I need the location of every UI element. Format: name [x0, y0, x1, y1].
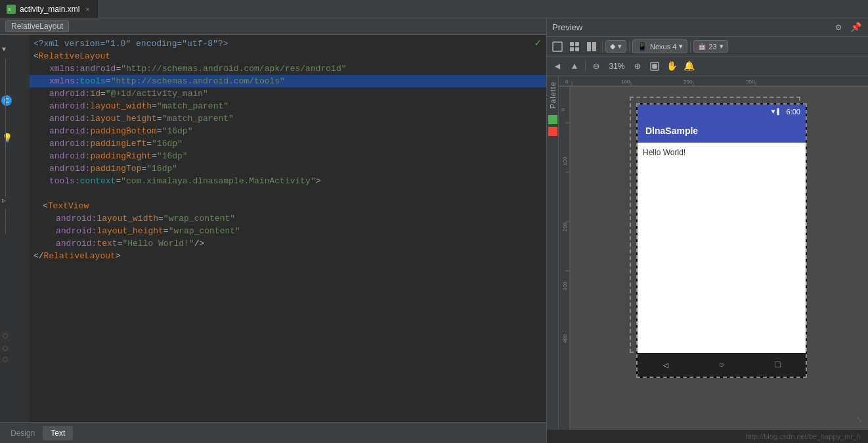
svg-rect-10: [653, 64, 657, 68]
breadcrumb[interactable]: RelativeLayout: [5, 20, 69, 32]
code-token: android:: [49, 162, 90, 175]
watermark-text: http://blog.csdn.net/be_happy_mr_li: [746, 432, 860, 440]
code-token: <: [33, 50, 39, 62]
code-token: context: [80, 175, 116, 187]
code-token: "wrap_content": [169, 225, 240, 237]
settings-icon[interactable]: ⚙: [831, 20, 846, 35]
code-token: android:: [49, 87, 90, 100]
hello-world-text: Hello World!: [643, 148, 685, 157]
code-line: android:paddingBottom="16dp": [30, 125, 546, 137]
grid-view-btn[interactable]: [567, 39, 582, 55]
fold-marker-1[interactable]: ▼: [2, 46, 6, 53]
preview-canvas: ▼ ▌ 6:00 DlnaSample Hello: [571, 87, 868, 430]
color-swatch-red[interactable]: [548, 127, 557, 136]
preview-header-icons: ⚙ 📌: [831, 20, 863, 35]
up-btn[interactable]: ▲: [567, 58, 582, 74]
svg-text:200: 200: [684, 79, 693, 85]
code-token: =: [158, 212, 163, 225]
phone-nav-bar: ◁ ○ □: [638, 353, 806, 377]
code-token: =: [152, 100, 157, 112]
color-swatch-green[interactable]: [548, 115, 557, 124]
device-dropdown[interactable]: 📱 Nexus 4 ▾: [632, 39, 687, 53]
tab-bar: X activity_main.xml ×: [0, 0, 868, 18]
canvas-wrap: 0 100 200 300: [559, 76, 868, 430]
code-token: android:: [49, 100, 90, 112]
svg-text:0: 0: [565, 79, 569, 85]
code-token: android:: [56, 225, 97, 237]
code-token: =: [146, 137, 152, 150]
code-token: paddingTop: [90, 162, 141, 175]
split-view-btn[interactable]: [584, 39, 599, 55]
phone-mockup: ▼ ▌ 6:00 DlnaSample Hello: [636, 103, 807, 378]
vertical-ruler: 0 100 200 300 400: [559, 87, 571, 430]
code-token: text: [97, 237, 117, 250]
fit-screen-btn[interactable]: [647, 58, 662, 74]
signal-icon: ▌: [777, 108, 781, 116]
code-token: android:: [49, 125, 90, 137]
zoom-percentage: 31%: [605, 62, 628, 71]
resize-handle[interactable]: ⤡: [856, 415, 863, 425]
c-indicator: C: [1, 95, 12, 106]
zoom-in-btn[interactable]: ⊕: [630, 58, 645, 74]
api-dropdown[interactable]: 🤖 23 ▾: [693, 40, 727, 53]
code-token: >: [116, 250, 121, 262]
tab-filename: activity_main.xml: [20, 5, 79, 14]
code-token: "Hello World!": [122, 237, 194, 250]
preview-title: Preview: [552, 22, 582, 32]
zoom-out-btn[interactable]: ⊖: [588, 58, 604, 74]
pin-icon[interactable]: 📌: [848, 20, 863, 35]
preview-header: Preview ⚙ 📌: [547, 18, 868, 37]
phone-time: 6:00: [787, 108, 800, 116]
code-token: "wrap_content": [163, 212, 235, 225]
code-token: "http://schemas.android.com/tools": [111, 75, 285, 87]
svg-text:400: 400: [562, 334, 568, 343]
code-token: =: [152, 150, 157, 162]
code-token: "16dp": [152, 137, 183, 150]
code-line: [30, 187, 546, 200]
design-tab[interactable]: Design: [3, 426, 43, 440]
toolbar-sep-3: [690, 41, 691, 53]
back-btn[interactable]: ◀: [550, 58, 565, 74]
code-token: <?xml version="1.0" encoding="utf-8"?>: [33, 37, 228, 50]
code-token: "com.ximalaya.dlnasample.MainActivity": [121, 175, 315, 187]
tab-close-button[interactable]: ×: [83, 5, 91, 14]
code-line: android:paddingRight="16dp": [30, 150, 546, 162]
theme-icon: ◆: [610, 42, 615, 51]
theme-chevron: ▾: [618, 42, 622, 51]
device-label: Nexus 4: [650, 43, 676, 51]
pan-btn[interactable]: ✋: [664, 58, 680, 74]
check-mark: ✓: [534, 37, 541, 50]
home-nav-icon: ○: [719, 360, 724, 370]
text-tab[interactable]: Text: [43, 426, 73, 440]
svg-text:300: 300: [746, 79, 755, 85]
lightbulb-icon: 💡: [2, 133, 12, 143]
footer-watermark: http://blog.csdn.net/be_happy_mr_li: [547, 430, 868, 443]
code-token: =: [116, 175, 121, 187]
active-tab[interactable]: X activity_main.xml ×: [0, 0, 99, 18]
svg-rect-3: [570, 42, 574, 46]
palette-sidebar: Palette: [547, 76, 559, 430]
gutter: C 💡 ▼ ▷: [0, 35, 30, 422]
fold-marker-2[interactable]: ▷: [2, 197, 6, 204]
code-token: android: [80, 62, 116, 75]
code-token: =: [141, 162, 146, 175]
code-token: "http://schemas.android.com/apk/res/andr…: [121, 62, 346, 75]
fold-bracket-2: [5, 209, 7, 234]
phone-status-icons: ▼ ▌: [771, 108, 781, 116]
code-token: </: [33, 250, 44, 262]
notification-btn[interactable]: 🔔: [681, 58, 697, 74]
code-token: android:: [49, 112, 90, 125]
code-token: />: [194, 237, 205, 250]
code-content[interactable]: ✓ <?xml version="1.0" encoding="utf-8"?>…: [30, 35, 546, 422]
code-line: </RelativeLayout>: [30, 250, 546, 262]
toolbar-sep-1: [602, 41, 603, 53]
code-line: android:layout_width="match_parent": [30, 100, 546, 112]
code-token: android:: [49, 150, 90, 162]
code-token: android:: [56, 237, 97, 250]
svg-rect-4: [575, 42, 579, 46]
code-line: android:layout_width="wrap_content": [30, 212, 546, 225]
code-token: =: [116, 62, 121, 75]
api-chevron: ▾: [720, 42, 724, 51]
list-view-btn[interactable]: [550, 39, 565, 55]
theme-dropdown[interactable]: ◆ ▾: [605, 40, 626, 53]
